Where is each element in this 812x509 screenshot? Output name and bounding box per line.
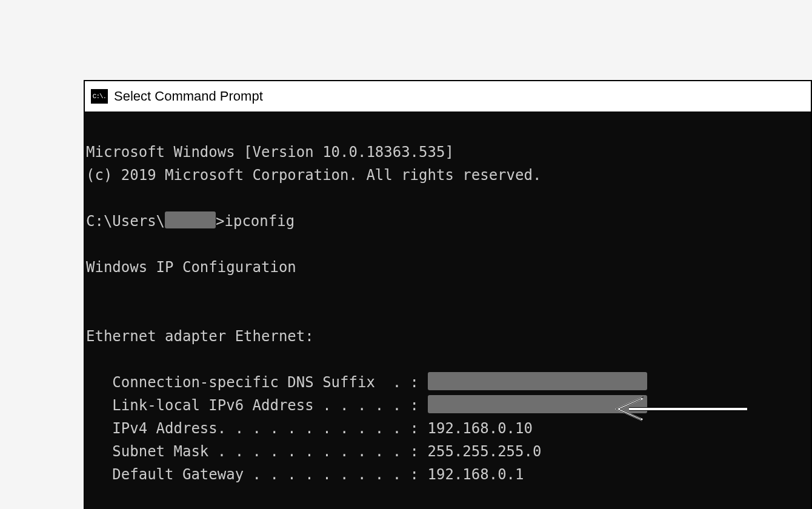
- link-local-line: Link-local IPv6 Address . . . . . :: [86, 394, 810, 417]
- cmd-icon-label: C:\.: [93, 93, 106, 100]
- blank-line: [86, 486, 810, 509]
- gateway-label: Default Gateway . . . . . . . . . :: [86, 466, 428, 483]
- blank-line: [86, 233, 810, 256]
- copyright-line: (c) 2019 Microsoft Corporation. All righ…: [86, 164, 810, 187]
- subnet-label: Subnet Mask . . . . . . . . . . . :: [86, 443, 428, 460]
- subnet-value: 255.255.255.0: [428, 443, 542, 460]
- prompt-line-1: C:\Users\>ipconfig: [86, 210, 810, 233]
- redacted-username: [165, 211, 216, 228]
- redacted-ipv6: [428, 395, 647, 413]
- command-prompt-window: C:\. Select Command Prompt Microsoft Win…: [84, 80, 812, 509]
- ipv4-label: IPv4 Address. . . . . . . . . . . :: [86, 420, 428, 437]
- gateway-value: 192.168.0.1: [428, 466, 524, 483]
- link-local-label: Link-local IPv6 Address . . . . . :: [86, 397, 428, 414]
- dns-suffix-label: Connection-specific DNS Suffix . :: [86, 374, 428, 391]
- prompt-command: >ipconfig: [216, 213, 295, 230]
- ipconfig-header: Windows IP Configuration: [86, 256, 810, 279]
- titlebar[interactable]: C:\. Select Command Prompt: [85, 81, 811, 111]
- gateway-line: Default Gateway . . . . . . . . . : 192.…: [86, 463, 810, 486]
- window-title: Select Command Prompt: [114, 88, 263, 104]
- redacted-dns-suffix: [428, 372, 647, 390]
- blank-line: [86, 187, 810, 210]
- dns-suffix-line: Connection-specific DNS Suffix . :: [86, 371, 810, 394]
- adapter-header: Ethernet adapter Ethernet:: [86, 325, 810, 348]
- blank-line: [86, 302, 810, 325]
- version-line: Microsoft Windows [Version 10.0.18363.53…: [86, 141, 810, 164]
- terminal-output[interactable]: Microsoft Windows [Version 10.0.18363.53…: [85, 111, 811, 509]
- prompt-prefix: C:\Users\: [86, 213, 165, 230]
- cmd-icon: C:\.: [91, 89, 108, 104]
- blank-line: [86, 348, 810, 371]
- ipv4-line: IPv4 Address. . . . . . . . . . . : 192.…: [86, 417, 810, 440]
- subnet-line: Subnet Mask . . . . . . . . . . . : 255.…: [86, 440, 810, 463]
- ipv4-value: 192.168.0.10: [428, 420, 533, 437]
- blank-line: [86, 279, 810, 302]
